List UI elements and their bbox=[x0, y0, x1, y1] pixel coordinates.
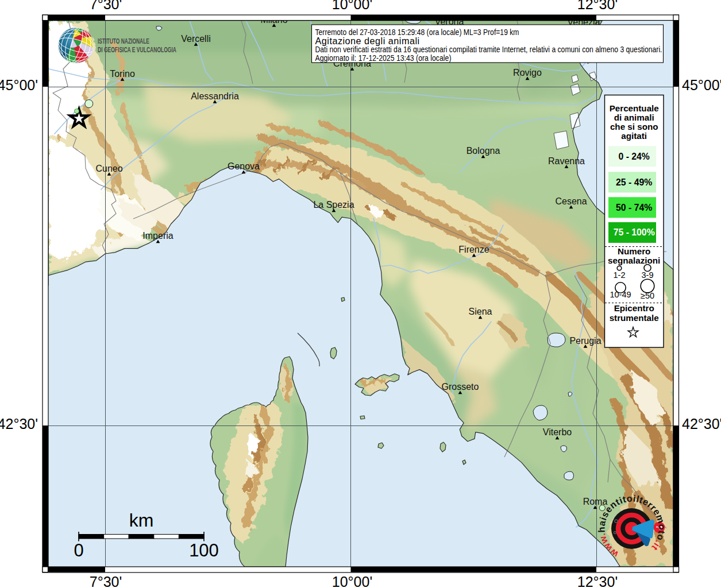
svg-text:Aggiornato il: 17-12-2025 13:4: Aggiornato il: 17-12-2025 13:43 (ora loc… bbox=[315, 53, 452, 63]
svg-text:Imperia: Imperia bbox=[142, 231, 173, 241]
svg-text:Viterbo: Viterbo bbox=[543, 427, 572, 437]
svg-text:100: 100 bbox=[189, 540, 219, 560]
svg-text:Agitazione degli animali: Agitazione degli animali bbox=[315, 36, 420, 46]
svg-text:Genova: Genova bbox=[228, 161, 260, 171]
svg-text:km: km bbox=[129, 510, 154, 531]
svg-text:42°30': 42°30' bbox=[0, 416, 38, 432]
svg-text:75 - 100%: 75 - 100% bbox=[614, 227, 655, 237]
svg-text:Roma: Roma bbox=[583, 497, 608, 506]
svg-text:Perugia: Perugia bbox=[569, 336, 601, 346]
svg-text:segnalazioni: segnalazioni bbox=[608, 256, 660, 265]
svg-text:Numero: Numero bbox=[618, 246, 650, 256]
svg-text:Alessandria: Alessandria bbox=[191, 91, 239, 101]
svg-text:7°30': 7°30' bbox=[90, 574, 122, 588]
svg-text:ISTITUTO NAZIONALE: ISTITUTO NAZIONALE bbox=[98, 37, 149, 45]
svg-text:di animali: di animali bbox=[614, 113, 654, 122]
svg-text:10-49: 10-49 bbox=[610, 290, 631, 299]
svg-text:Siena: Siena bbox=[469, 307, 492, 316]
svg-text:che si sono: che si sono bbox=[610, 122, 658, 131]
svg-text:50 - 74%: 50 - 74% bbox=[616, 203, 652, 212]
svg-text:10°00': 10°00' bbox=[332, 0, 372, 12]
svg-text:45°00': 45°00' bbox=[682, 77, 721, 93]
svg-text:1-2: 1-2 bbox=[614, 270, 626, 280]
svg-text:Epicentro: Epicentro bbox=[614, 303, 654, 313]
svg-text:Firenze: Firenze bbox=[458, 245, 489, 254]
svg-text:Rovigo: Rovigo bbox=[513, 68, 542, 78]
svg-text:Ravenna: Ravenna bbox=[548, 156, 585, 166]
svg-text:42°30': 42°30' bbox=[682, 416, 721, 432]
svg-text:0: 0 bbox=[74, 540, 83, 560]
svg-text:10°00': 10°00' bbox=[332, 574, 372, 588]
svg-text:DI GEOFISICA E VULCANOLOGIA: DI GEOFISICA E VULCANOLOGIA bbox=[98, 45, 176, 54]
svg-text:Grosseto: Grosseto bbox=[442, 382, 479, 392]
svg-text:Vercelli: Vercelli bbox=[181, 34, 211, 44]
svg-text:45°00': 45°00' bbox=[0, 77, 38, 93]
svg-text:Percentuale: Percentuale bbox=[610, 103, 659, 113]
svg-text:7°30': 7°30' bbox=[90, 0, 122, 12]
svg-text:≥50: ≥50 bbox=[641, 291, 654, 300]
svg-text:25 - 49%: 25 - 49% bbox=[616, 177, 652, 187]
svg-text:12°30': 12°30' bbox=[577, 0, 618, 12]
svg-text:strumentale: strumentale bbox=[610, 313, 659, 323]
svg-text:0 - 24%: 0 - 24% bbox=[618, 152, 649, 161]
svg-text:La Spezia: La Spezia bbox=[313, 200, 354, 210]
svg-text:Dati non verificati estratti d: Dati non verificati estratti da 16 quest… bbox=[315, 45, 662, 54]
svg-text:Cesena: Cesena bbox=[555, 196, 587, 206]
svg-text:Torino: Torino bbox=[110, 69, 135, 79]
svg-text:Bologna: Bologna bbox=[466, 146, 500, 156]
svg-text:Cuneo: Cuneo bbox=[95, 164, 122, 173]
svg-text:3-9: 3-9 bbox=[642, 270, 654, 280]
svg-text:12°30': 12°30' bbox=[577, 574, 618, 588]
svg-text:agitati: agitati bbox=[621, 131, 647, 141]
